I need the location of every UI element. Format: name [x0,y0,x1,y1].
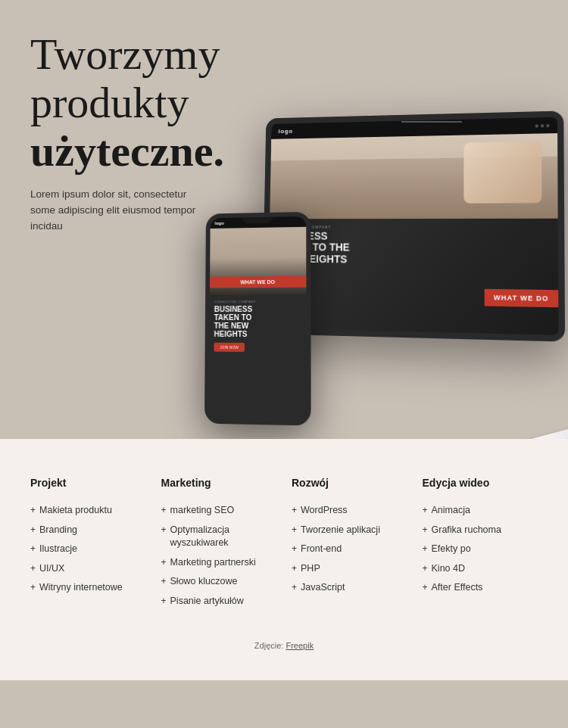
list-item: Makieta produktu [30,501,146,521]
tablet-hero-image [270,133,557,219]
list-item: Tworzenie aplikacji [292,521,407,540]
tablet-screen: logo CONSULTING COMPANY BUSINESSTAKEN TO… [267,117,558,335]
list-item: After Effects [423,578,538,598]
service-title-rozwoj: Rozwój [292,477,407,489]
list-item: Front-end [292,540,407,559]
service-title-edycja: Edycja wideo [423,477,538,489]
phone-notch [243,217,273,224]
list-item: Ilustracje [30,540,146,559]
bottom-section: Projekt Makieta produktu Branding Ilustr… [0,439,568,680]
list-item: Animacja [423,501,538,521]
phone-cta-btn: JOIN NOW [214,343,245,352]
phone-what-we-do-badge: WHAT WE DO [210,276,306,288]
list-item: Branding [30,521,146,540]
list-item: Słowo kluczowe [161,572,277,592]
hero-section: Tworzymy produkty użyteczne. Lorem ipsum… [0,0,568,439]
phone-mockup: logo WHAT WE DO CONSULTING COMPANY BUSIN… [204,212,311,426]
list-item: PHP [292,559,407,579]
credit-text: Zdjęcie: [254,641,284,650]
phone-content: CONSULTING COMPANY BUSINESSTAKEN TOTHE N… [209,295,306,357]
phone-screen: logo WHAT WE DO CONSULTING COMPANY BUSIN… [209,216,307,421]
phone-title: BUSINESSTAKEN TOTHE NEWHEIGHTS [214,305,302,338]
service-title-projekt: Projekt [30,477,146,489]
hero-title: Tworzymy produkty użyteczne. [30,30,224,175]
hero-text-block: Tworzymy produkty użyteczne. Lorem ipsum… [30,30,224,235]
service-column-rozwoj: Rozwój WordPress Tworzenie aplikacji Fro… [292,477,407,611]
service-column-projekt: Projekt Makieta produktu Branding Ilustr… [30,477,146,611]
list-item: Pisanie artykułów [161,592,277,611]
services-grid: Projekt Makieta produktu Branding Ilustr… [30,477,538,611]
tablet-content: CONSULTING COMPANY BUSINESSTAKEN TO THEN… [268,219,558,290]
hero-description: Lorem ipsum dolor sit, consectetur some … [30,187,212,235]
phone-company-tag: CONSULTING COMPANY [214,300,301,303]
tablet-what-we-do-badge: WHAT WE DO [484,289,558,307]
list-item: Grafika ruchoma [423,521,538,540]
list-item: Optymalizacja wyszukiwarek [161,521,277,553]
service-list-marketing: marketing SEO Optymalizacja wyszukiwarek… [161,501,277,611]
service-list-rozwoj: WordPress Tworzenie aplikacji Front-end … [292,501,407,598]
device-mockup-container: logo CONSULTING COMPANY BUSINESSTAKEN TO… [189,91,568,439]
list-item: Marketing partnerski [161,553,277,573]
list-item: JavaScript [292,578,407,598]
hands-decoration [463,142,541,204]
list-item: marketing SEO [161,501,277,521]
decorative-line [401,121,462,123]
footer-credit: Zdjęcie: Freepik [30,641,538,650]
tablet-company-label: CONSULTING COMPANY [276,225,550,229]
credit-link[interactable]: Freepik [286,641,314,650]
service-list-edycja: Animacja Grafika ruchoma Efekty po Kino … [423,501,538,598]
service-column-marketing: Marketing marketing SEO Optymalizacja wy… [161,477,277,611]
service-title-marketing: Marketing [161,477,277,489]
list-item: WordPress [292,501,407,521]
list-item: UI/UX [30,559,146,579]
stylus-decoration [471,420,568,439]
tablet-main-heading: BUSINESSTAKEN TO THENEW HEIGHTS [276,231,550,267]
service-list-projekt: Makieta produktu Branding Ilustracje UI/… [30,501,146,598]
list-item: Kino 4D [423,559,538,579]
service-column-edycja: Edycja wideo Animacja Grafika ruchoma Ef… [423,477,538,611]
phone-hero-area: WHAT WE DO [210,227,306,296]
list-item: Efekty po [423,540,538,559]
tablet-logo: logo [279,128,294,135]
list-item: Witryny internetowe [30,578,146,598]
tablet-nav [535,124,550,127]
